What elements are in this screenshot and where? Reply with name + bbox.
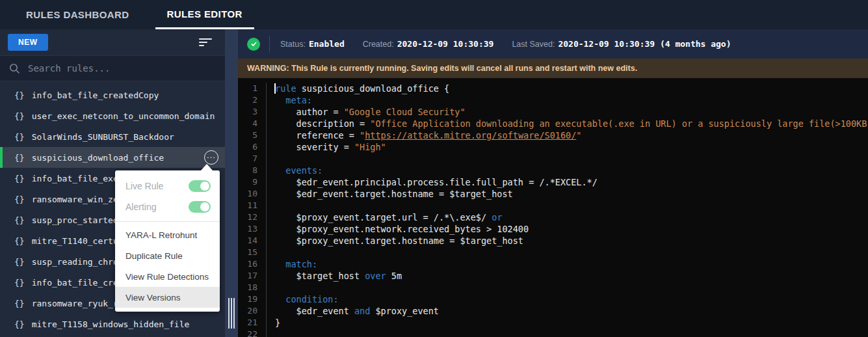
code-text: $target_host over 5m [267, 270, 868, 282]
code-text [267, 247, 868, 258]
code-text [267, 282, 868, 293]
line-number: 11 [238, 200, 267, 211]
toggle-switch[interactable] [189, 201, 211, 213]
line-number: 15 [238, 247, 267, 258]
menu-item-view-versions[interactable]: View Versions [115, 287, 220, 308]
code-line: 22 [238, 329, 868, 337]
menu-toggle-live-rule[interactable]: Live Rule [115, 176, 220, 196]
braces-icon: {} [14, 299, 25, 308]
code-line: 11 [238, 200, 868, 211]
rule-list-item[interactable]: {}mitre_T1158_windows_hidden_file [0, 314, 225, 334]
panel-splitter [225, 29, 238, 337]
warning-text: WARNING: This Rule is currently running.… [247, 64, 637, 73]
rule-name: mitre_T1158_windows_hidden_file [32, 319, 190, 329]
rule-name: susp_proc_started_ [32, 215, 124, 225]
code-text: reference = "https://attack.mitre.org/so… [267, 129, 868, 141]
menu-item-duplicate-rule[interactable]: Duplicate Rule [115, 245, 220, 266]
braces-icon: {} [14, 257, 25, 267]
braces-icon: {} [14, 174, 25, 183]
braces-icon: {} [14, 319, 25, 329]
popup-caret [201, 164, 213, 170]
code-text: $proxy_event.target.url = /.*\.exe$/ or [267, 211, 868, 223]
created-label: Created: [363, 40, 394, 49]
code-text: $edr_event.principal.process.file.full_p… [267, 176, 868, 188]
braces-icon: {} [14, 215, 25, 225]
status-check-icon [247, 38, 260, 51]
rule-name: info_bat_file_exe [32, 174, 118, 183]
search-bar [0, 55, 225, 81]
code-line: 3 author = "Google Cloud Security" [238, 106, 868, 118]
code-line: 2 meta: [238, 94, 868, 106]
rule-name: susp_reading_chro [32, 257, 118, 267]
line-number: 18 [238, 282, 267, 293]
created-field: Created: 2020-12-09 10:30:39 [363, 39, 494, 49]
line-number: 7 [238, 153, 267, 165]
code-line: 10 $edr_event.target.hostname = $target_… [238, 188, 868, 200]
code-line: 13 $proxy_event.network.received_bytes >… [238, 223, 868, 235]
braces-icon: {} [14, 278, 25, 288]
line-number: 9 [238, 176, 267, 188]
line-number: 22 [238, 329, 267, 337]
toggle-label: Alerting [125, 202, 156, 212]
menu-divider [115, 221, 220, 222]
line-number: 4 [238, 118, 267, 129]
line-number: 20 [238, 305, 267, 317]
rule-name: info_bat_file_cre [32, 278, 118, 288]
search-input[interactable] [28, 63, 216, 74]
code-line: 9 $edr_event.principal.process.file.full… [238, 176, 868, 188]
tab-rules-dashboard[interactable]: RULES DASHBOARD [14, 0, 141, 29]
code-line: 8 events: [238, 165, 868, 176]
braces-icon: {} [14, 195, 25, 204]
rule-name: SolarWinds_SUNBURST_Backdoor [32, 132, 174, 142]
code-line: 20 $edr_event and $proxy_event [238, 305, 868, 317]
code-line: 5 reference = "https://attack.mitre.org/… [238, 129, 868, 141]
rule-name: mitre_T1140_certu [32, 236, 118, 246]
text-cursor [274, 83, 276, 94]
splitter-grip[interactable] [228, 298, 235, 329]
code-line: 6 severity = "High" [238, 141, 868, 153]
rule-list-item[interactable]: {}info_bat_file_createdCopy [0, 85, 225, 105]
code-text [267, 329, 868, 337]
rule-name: info_bat_file_createdCopy [32, 90, 159, 100]
menu-item-view-rule-detections[interactable]: View Rule Detections [115, 266, 220, 287]
code-text: description = "Office Application downlo… [267, 118, 868, 129]
code-line: 4 description = "Office Application down… [238, 118, 868, 129]
line-number: 16 [238, 258, 267, 270]
last-saved-field: Last Saved: 2020-12-09 10:30:39 (4 month… [512, 39, 731, 49]
toggle-switch[interactable] [189, 180, 211, 192]
sort-icon[interactable] [196, 36, 215, 49]
status-bar: Status: Enabled Created: 2020-12-09 10:3… [238, 29, 868, 59]
code-line: 21} [238, 317, 868, 329]
code-text: } [267, 317, 868, 329]
line-number: 3 [238, 106, 267, 118]
code-line: 7 [238, 153, 868, 165]
rule-list-item[interactable]: {}SolarWinds_SUNBURST_Backdoor [0, 126, 225, 147]
status-value: Enabled [309, 39, 345, 49]
line-number: 10 [238, 188, 267, 200]
code-line: 14 $proxy_event.target.hostname = $targe… [238, 235, 868, 247]
status-label: Status: [280, 40, 306, 49]
line-number: 21 [238, 317, 267, 329]
editor-panel: Status: Enabled Created: 2020-12-09 10:3… [238, 29, 868, 337]
braces-icon: {} [14, 153, 25, 163]
code-text: severity = "High" [267, 141, 868, 153]
code-line: 18 [238, 282, 868, 293]
new-rule-button[interactable]: NEW [8, 34, 48, 51]
line-number: 1 [238, 83, 267, 94]
rule-context-menu: Live RuleAlerting YARA-L RetrohuntDuplic… [115, 170, 220, 312]
code-editor[interactable]: 1rule suspicious_download_office {2 meta… [238, 78, 868, 337]
rule-name: user_exec_netconn_to_uncommon_domain [32, 111, 215, 121]
menu-item-yara-l-retrohunt[interactable]: YARA-L Retrohunt [115, 224, 220, 245]
code-text: author = "Google Cloud Security" [267, 106, 868, 118]
created-value: 2020-12-09 10:30:39 [397, 39, 494, 49]
rule-more-button[interactable]: ... [204, 150, 218, 165]
rule-list-item[interactable]: {}user_exec_netconn_to_uncommon_domain [0, 105, 225, 126]
search-icon [9, 63, 20, 74]
braces-icon: {} [14, 236, 25, 246]
rule-list-item[interactable]: {}suspicious_download_office... [0, 147, 225, 168]
code-text: events: [267, 165, 868, 176]
code-text: $proxy_event.network.received_bytes > 10… [267, 223, 868, 235]
last-saved-value: 2020-12-09 10:30:39 (4 months ago) [558, 39, 731, 49]
tab-rules-editor[interactable]: RULES EDITOR [155, 0, 254, 29]
menu-toggle-alerting[interactable]: Alerting [115, 196, 220, 217]
